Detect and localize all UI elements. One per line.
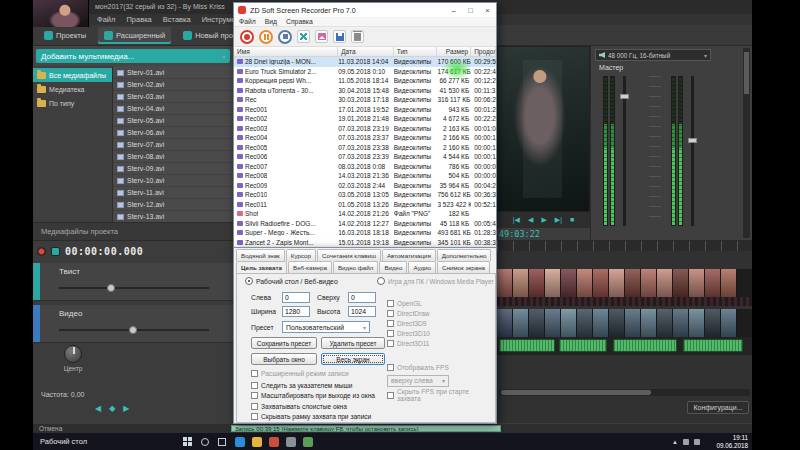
video-thumbnail[interactable] — [497, 309, 513, 337]
table-row[interactable]: Rec007 08.03.2018 0:08 Видеоклипы 786 КБ… — [234, 162, 496, 172]
slider-handle[interactable] — [129, 326, 137, 334]
table-row[interactable]: Rec006 07.03.2018 23:39 Видеоклипы 4 544… — [234, 152, 496, 162]
media-file-item[interactable]: Sterv-11.avi — [113, 187, 233, 199]
option-checkbox[interactable]: Скрывать рамку захвата при записи — [251, 412, 375, 423]
video-thumbnail[interactable] — [609, 269, 625, 297]
scrollbar-thumb[interactable] — [744, 52, 749, 94]
media-file-item[interactable]: Sterv-12.avi — [113, 199, 233, 211]
volume-slider[interactable] — [691, 76, 694, 226]
video-thumbnail[interactable] — [497, 269, 513, 297]
minimize-button[interactable]: – — [447, 4, 460, 17]
audio-track-2[interactable] — [497, 337, 752, 355]
settings-tab[interactable]: Водяной знак — [236, 249, 285, 261]
menu-item[interactable]: Вид — [265, 18, 277, 25]
menu-item[interactable]: Правка — [126, 15, 151, 24]
video-thumbnail[interactable] — [609, 309, 625, 337]
video-thumbnail[interactable] — [513, 309, 529, 337]
slider-handle[interactable] — [620, 94, 629, 99]
taskbar-app-icon[interactable] — [303, 437, 313, 447]
video-thumbnail[interactable] — [577, 309, 593, 337]
table-row[interactable]: Rec 30.03.2018 17:18 Видеоклипы 316 117 … — [234, 95, 496, 105]
tree-item[interactable]: Все медиафайлы — [33, 68, 112, 82]
select-window-button[interactable]: Выбрать окно — [251, 353, 317, 365]
video-thumbnail[interactable] — [721, 269, 737, 297]
option-checkbox[interactable]: Захватывать слоистые окна — [251, 401, 375, 412]
media-file-item[interactable]: Sterv-06.avi — [113, 127, 233, 139]
track-volume-slider[interactable] — [59, 287, 209, 289]
settings-tab[interactable]: Цель захвата — [236, 261, 287, 273]
toolbar-button[interactable]: Проекты — [38, 27, 92, 44]
menu-item[interactable]: Файл — [97, 15, 115, 24]
table-row[interactable]: Rec001 17.01.2018 19:52 Видеоклипы 943 К… — [234, 105, 496, 115]
game-capture-radio[interactable]: Игра для ПК / Windows Media Player — [377, 277, 495, 285]
table-row[interactable]: Rec004 07.03.2018 23:37 Видеоклипы 2 166… — [234, 133, 496, 143]
column-header[interactable]: Тип — [394, 47, 438, 56]
media-file-item[interactable]: Sterv-01.avi — [113, 67, 233, 79]
edit-button[interactable] — [297, 30, 310, 43]
close-button[interactable]: × — [481, 4, 494, 17]
menu-item[interactable]: Файл — [239, 18, 256, 25]
media-file-item[interactable]: Sterv-07.avi — [113, 139, 233, 151]
nav-right-icon[interactable]: ▶ — [123, 404, 129, 413]
settings-tab[interactable]: Веб-камера — [288, 261, 332, 273]
video-thumbnail[interactable] — [561, 269, 577, 297]
desktop-capture-radio[interactable]: Рабочий стол / Веб-видео — [245, 277, 338, 285]
height-input[interactable] — [348, 306, 376, 317]
tree-item[interactable]: По типу — [33, 96, 112, 110]
audio-track-1[interactable] — [497, 297, 752, 306]
settings-tab[interactable]: Видео — [379, 261, 407, 273]
video-thumbnail[interactable] — [545, 269, 561, 297]
preset-select[interactable]: Пользовательский ▾ — [282, 321, 370, 333]
settings-tab[interactable]: Дополнительно — [437, 249, 492, 261]
api-checkbox[interactable]: Direct3D10 — [387, 328, 430, 338]
fps-display-checkbox[interactable]: Отображать FPS — [387, 362, 449, 373]
video-thumbnail[interactable] — [545, 309, 561, 337]
save-preset-button[interactable]: Сохранить пресет — [251, 337, 317, 349]
settings-tab[interactable]: Курсор — [286, 249, 316, 261]
network-icon[interactable] — [683, 439, 689, 445]
table-row[interactable]: Super - Mego - Жесть... 16.03.2018 18:18… — [234, 228, 496, 238]
video-thumbnail[interactable] — [689, 269, 705, 297]
record-indicator-icon[interactable] — [37, 247, 46, 256]
option-checkbox[interactable]: Масштабировать при выходе из окна — [251, 391, 375, 402]
video-thumbnail[interactable] — [561, 309, 577, 337]
media-file-item[interactable]: Sterv-09.avi — [113, 163, 233, 175]
video-thumbnail[interactable] — [593, 309, 609, 337]
table-row[interactable]: Коррекция pepsi Wh... 11.05.2018 18:14 В… — [234, 76, 496, 86]
video-thumbnail[interactable] — [529, 269, 545, 297]
mixer-scrollbar[interactable] — [743, 48, 750, 238]
timeline-scrollbar[interactable] — [499, 389, 750, 396]
fps-position-select[interactable]: вверху слева ▾ — [387, 375, 449, 387]
media-file-item[interactable]: Sterv-04.avi — [113, 103, 233, 115]
api-checkbox[interactable]: OpenGL — [387, 298, 430, 308]
playback-button[interactable]: ◀ — [526, 214, 535, 226]
delete-preset-button[interactable]: Удалить пресет — [321, 337, 385, 349]
table-row[interactable]: Rabota uTorrenta - 30... 30.04.2018 15:4… — [234, 86, 496, 96]
left-offset-input[interactable] — [282, 292, 310, 303]
media-file-item[interactable]: Sterv-05.avi — [113, 115, 233, 127]
table-row[interactable]: Rec011 01.05.2018 13:26 Видеоклипы 3 523… — [234, 200, 496, 210]
table-row[interactable]: Zancet 2 - Zapis Mont... 15.01.2018 19:1… — [234, 238, 496, 248]
delete-button[interactable] — [351, 30, 364, 43]
width-input[interactable] — [282, 306, 310, 317]
media-file-item[interactable]: Sterv-10.avi — [113, 175, 233, 187]
menu-item[interactable]: Вставка — [163, 15, 191, 24]
pause-button[interactable] — [259, 30, 273, 44]
taskbar-app-icon[interactable] — [286, 437, 296, 447]
scrollbar-thumb[interactable] — [501, 390, 651, 395]
video-thumbnail[interactable] — [657, 309, 673, 337]
taskbar-app-icon[interactable] — [269, 437, 279, 447]
taskbar-app-icon[interactable] — [252, 437, 262, 447]
video-thumbnail[interactable] — [689, 309, 705, 337]
media-file-item[interactable]: Sterv-03.avi — [113, 91, 233, 103]
pan-knob[interactable] — [64, 345, 82, 363]
video-thumbnail[interactable] — [593, 269, 609, 297]
video-thumbnail[interactable] — [657, 269, 673, 297]
task-view-icon[interactable] — [218, 438, 226, 446]
track-color-tab[interactable] — [33, 263, 40, 300]
api-checkbox[interactable]: Direct3D9 — [387, 318, 430, 328]
nav-left-icon[interactable]: ◀ — [95, 404, 101, 413]
playback-button[interactable]: ■ — [568, 214, 576, 226]
search-icon[interactable] — [201, 438, 209, 446]
table-row[interactable]: 28 Dnei igruzija - MON... 11.03.2018 14:… — [234, 57, 496, 67]
